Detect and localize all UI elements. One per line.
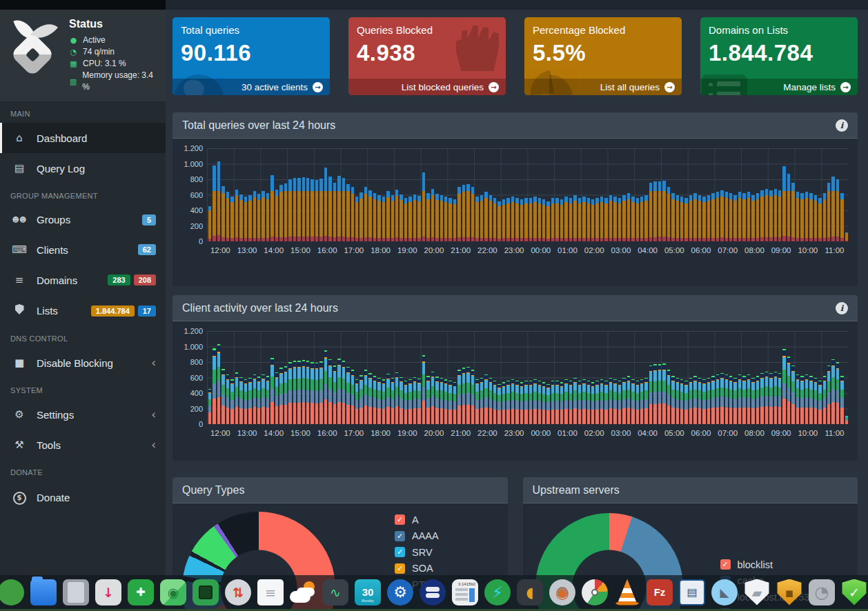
bar-segment <box>408 202 411 239</box>
extensions-icon[interactable]: ✚ <box>128 579 154 605</box>
wireshark-icon[interactable]: ◣ <box>711 579 738 605</box>
sidebar-item-query-log[interactable]: ▤Query Log <box>0 153 166 183</box>
text-document-icon[interactable]: ≡ <box>257 579 284 605</box>
flash-icon[interactable]: ⚡ <box>484 579 511 605</box>
checkbox-checked-icon[interactable] <box>395 514 405 525</box>
tablet-icon[interactable] <box>63 579 89 605</box>
info-icon[interactable]: i <box>836 119 848 132</box>
partial-left-icon[interactable] <box>0 579 24 605</box>
bar-segment <box>529 410 532 424</box>
sidebar-item-domains[interactable]: ≡Domains283208 <box>0 265 166 295</box>
system-monitor-icon[interactable]: ∿ <box>322 579 348 605</box>
bar-segment <box>288 237 291 241</box>
sidebar-item-groups[interactable]: ☻☻Groups5 <box>0 205 166 234</box>
checkbox-checked-icon[interactable] <box>395 531 405 541</box>
stacked-bar <box>257 194 260 241</box>
bar-segment <box>244 392 247 400</box>
toggles-icon[interactable] <box>420 579 446 605</box>
card-footer-label: List all queries <box>600 82 660 92</box>
bar-segment <box>346 405 349 424</box>
stacked-bar <box>319 361 322 424</box>
sidebar-item-lists[interactable]: Lists1.844.78417 <box>0 295 166 326</box>
shield-key-icon[interactable]: ✓ <box>841 579 867 605</box>
sidebar-item-disable-blocking[interactable]: ■Disable Blocking‹ <box>0 348 166 378</box>
stacked-bar <box>253 191 256 241</box>
legend-item-a[interactable]: A <box>395 512 439 528</box>
disk-usage-icon[interactable]: ◔ <box>809 579 835 605</box>
bar-segment <box>413 194 416 200</box>
stacked-bar <box>796 374 799 424</box>
maps-icon[interactable]: ◉ <box>160 579 186 605</box>
vlc-icon[interactable] <box>614 579 640 605</box>
stacked-bar <box>800 193 803 241</box>
calendar-icon[interactable]: 30Monday <box>355 579 381 605</box>
bar-segment <box>480 408 483 424</box>
sidebar-item-settings[interactable]: ⚙Settings‹ <box>0 399 166 430</box>
card-body: Queries Blocked4.938 <box>348 17 506 79</box>
bar-segment <box>408 409 411 424</box>
bar-segment <box>400 200 402 238</box>
checkbox-checked-icon[interactable] <box>720 559 731 570</box>
bar-segment <box>573 383 576 390</box>
stacked-bar <box>600 379 603 424</box>
card-footer-link[interactable]: List blocked queries→ <box>348 79 506 95</box>
legend-item-srv[interactable]: SRV <box>395 544 439 561</box>
stacked-bar <box>760 373 763 424</box>
shield-lock-icon[interactable]: ▪ <box>776 579 802 605</box>
bar-segment <box>493 385 496 393</box>
legend-item-soa[interactable]: SOA <box>395 561 439 577</box>
stacked-bar <box>520 382 523 424</box>
bar-segment <box>555 410 558 424</box>
bar-segment <box>818 203 821 239</box>
sidebar-item-label: Lists <box>37 305 58 317</box>
bar-segment <box>591 238 594 241</box>
transmission-icon[interactable]: ⇅ <box>225 579 251 605</box>
bar-segment <box>391 390 394 399</box>
bar-segment <box>435 200 438 238</box>
legend-item-aaaa[interactable]: AAAA <box>395 528 439 545</box>
disc-burner-icon[interactable]: ◉ <box>549 579 575 605</box>
kangaroo-icon[interactable]: ◖ <box>517 579 543 605</box>
file-manager-icon[interactable] <box>30 579 57 605</box>
bar-segment <box>431 386 434 396</box>
stacked-bar <box>613 379 616 424</box>
cpu-chip-icon[interactable] <box>193 579 219 605</box>
filezilla-icon[interactable]: Fz <box>647 579 673 605</box>
sidebar-item-clients[interactable]: ⌨Clients62 <box>0 234 166 265</box>
bar-segment <box>226 238 229 241</box>
bar-segment <box>609 238 612 241</box>
bar-segment <box>431 396 434 406</box>
bar-segment <box>631 202 634 239</box>
checkbox-checked-icon[interactable] <box>395 547 405 557</box>
bar-segment <box>582 392 585 400</box>
bar-segment <box>569 203 572 239</box>
settings-icon[interactable]: ⚙ <box>387 579 413 605</box>
bar-segment <box>373 398 376 408</box>
bar-segment <box>676 408 679 424</box>
bar-segment <box>213 383 215 399</box>
bar-segment <box>248 399 251 409</box>
sidebar-item-donate[interactable]: $Donate <box>0 481 166 514</box>
x-tick-label: 23:00 <box>501 429 528 437</box>
bar-segment <box>440 201 443 238</box>
scanner-icon[interactable]: ▤ <box>679 579 705 605</box>
downloads-icon[interactable]: ↓ <box>95 579 121 605</box>
sidebar-section-label: DNS CONTROL <box>0 326 166 348</box>
bar-segment <box>444 392 447 400</box>
bar-segment <box>595 238 598 241</box>
bar-segment <box>257 194 260 199</box>
sidebar-item-dashboard[interactable]: ⌂Dashboard <box>0 123 166 153</box>
stacked-bar <box>355 379 358 424</box>
stacked-bar <box>533 197 536 241</box>
checkbox-checked-icon[interactable] <box>395 563 405 574</box>
disk-gauge-icon[interactable] <box>582 579 608 605</box>
sidebar-item-tools[interactable]: ⚒Tools‹ <box>0 430 166 460</box>
stacked-bar <box>408 197 411 241</box>
legend-item-blocklist[interactable]: blocklist <box>720 557 821 573</box>
info-icon[interactable]: i <box>836 302 848 314</box>
bar-segment <box>297 379 300 390</box>
stacked-bar <box>391 378 394 424</box>
weather-icon[interactable] <box>290 579 316 605</box>
calculator-icon[interactable]: 3.141592 <box>452 579 478 605</box>
shield-usb-icon[interactable]: ▰ <box>744 579 770 605</box>
